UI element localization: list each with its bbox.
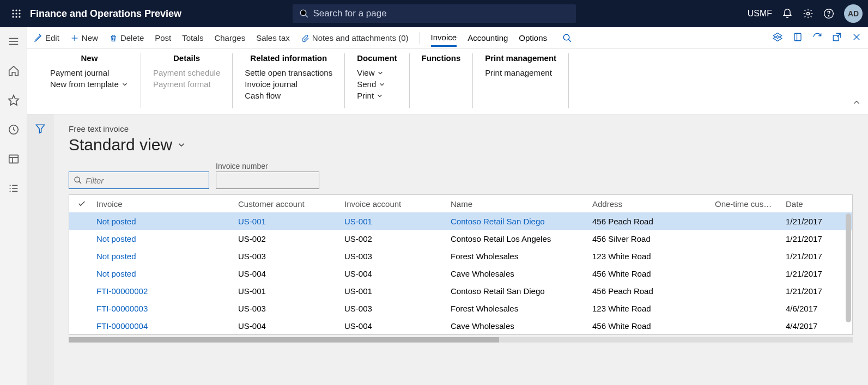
payment-schedule-link: Payment schedule	[153, 68, 220, 77]
home-icon[interactable]	[3, 61, 25, 81]
tab-options[interactable]: Options	[519, 33, 547, 46]
ribbon-group-print-mgmt: Print management Print management	[473, 53, 569, 108]
collapse-ribbon-icon[interactable]	[852, 97, 861, 109]
settle-link[interactable]: Settle open transactions	[245, 68, 332, 77]
col-invoice[interactable]: Invoice	[94, 199, 236, 209]
page-search-icon[interactable]	[562, 33, 572, 43]
new-button[interactable]: New	[70, 33, 98, 42]
company-picker[interactable]: USMF	[748, 9, 772, 19]
sales-tax-button[interactable]: Sales tax	[256, 33, 290, 42]
attachments-button[interactable]: Notes and attachments (0)	[301, 33, 409, 42]
svg-point-1	[15, 9, 17, 11]
post-button[interactable]: Post	[155, 33, 171, 42]
cell-invoice[interactable]: Not posted	[94, 217, 236, 226]
cell-date: 1/21/2017	[784, 217, 843, 226]
view-selector[interactable]: Standard view	[69, 136, 853, 154]
select-all-checkbox[interactable]	[69, 199, 94, 208]
svg-point-9	[300, 10, 306, 16]
bell-icon[interactable]	[782, 8, 793, 19]
print-link[interactable]: Print	[357, 91, 397, 100]
svg-line-44	[79, 181, 81, 184]
cell-invoice-acct: US-003	[342, 304, 448, 313]
quick-filter[interactable]	[69, 172, 209, 189]
cell-invoice[interactable]: Not posted	[94, 269, 236, 278]
view-link[interactable]: View	[357, 68, 397, 77]
col-date[interactable]: Date	[784, 199, 843, 209]
recent-icon[interactable]	[3, 120, 25, 139]
refresh-icon[interactable]	[812, 32, 822, 44]
col-name[interactable]: Name	[448, 199, 590, 209]
send-link[interactable]: Send	[357, 80, 397, 89]
cell-customer[interactable]: US-001	[236, 217, 342, 226]
ribbon-new-title: New	[50, 53, 129, 63]
tab-invoice[interactable]: Invoice	[431, 33, 457, 47]
filter-pane-toggle[interactable]	[27, 114, 53, 385]
col-customer-account[interactable]: Customer account	[236, 199, 342, 209]
cell-customer: US-003	[236, 304, 342, 313]
charges-button[interactable]: Charges	[214, 33, 245, 42]
cell-date: 1/21/2017	[784, 234, 843, 243]
star-icon[interactable]	[3, 90, 25, 110]
cell-date: 1/21/2017	[784, 286, 843, 296]
table-row[interactable]: Not postedUS-002US-002Contoso Retail Los…	[69, 230, 852, 247]
cash-flow-link[interactable]: Cash flow	[245, 91, 332, 100]
svg-point-7	[15, 16, 17, 17]
ribbon-details-title: Details	[153, 53, 220, 63]
table-row[interactable]: FTI-00000002US-001US-001Contoso Retail S…	[69, 282, 852, 300]
table-row[interactable]: FTI-00000004US-004US-004Cave Wholesales4…	[69, 317, 852, 334]
hamburger-icon[interactable]	[3, 32, 25, 51]
invoice-number-input[interactable]	[216, 172, 319, 189]
popout-icon[interactable]	[832, 32, 842, 44]
svg-point-5	[19, 13, 20, 14]
payment-journal-link[interactable]: Payment journal	[50, 68, 129, 77]
office-icon[interactable]	[793, 32, 803, 44]
cell-invoice[interactable]: Not posted	[94, 252, 236, 261]
table-row[interactable]: Not postedUS-001US-001Contoso Retail San…	[69, 212, 852, 230]
workspace-icon[interactable]	[3, 149, 25, 169]
new-from-template-link[interactable]: New from template	[50, 80, 129, 89]
cell-invoice[interactable]: Not posted	[94, 234, 236, 243]
attachments-label: Notes and attachments (0)	[312, 33, 409, 42]
gear-icon[interactable]	[803, 8, 814, 19]
svg-line-33	[568, 39, 571, 42]
quick-filter-input[interactable]	[86, 176, 204, 185]
cell-invoice[interactable]: FTI-00000002	[94, 286, 236, 296]
svg-point-4	[15, 13, 17, 14]
new-label: New	[82, 33, 98, 42]
horizontal-scrollbar[interactable]	[69, 337, 853, 343]
cell-date: 4/6/2017	[784, 304, 843, 313]
cell-name[interactable]: Contoso Retail San Diego	[448, 217, 590, 226]
cell-invoice[interactable]: FTI-00000004	[94, 321, 236, 331]
horizontal-scrollbar-thumb[interactable]	[69, 337, 499, 343]
cell-invoice[interactable]: FTI-00000003	[94, 304, 236, 313]
cell-invoice-acct[interactable]: US-001	[342, 217, 448, 226]
cell-address: 123 White Road	[590, 304, 713, 313]
col-address[interactable]: Address	[590, 199, 713, 209]
cell-date: 1/21/2017	[784, 269, 843, 278]
cell-invoice-acct: US-004	[342, 269, 448, 278]
payment-format-link: Payment format	[153, 80, 220, 89]
totals-button[interactable]: Totals	[182, 33, 203, 42]
help-icon[interactable]	[823, 8, 834, 19]
avatar[interactable]: AD	[844, 4, 863, 23]
table-row[interactable]: Not postedUS-003US-003Forest Wholesales1…	[69, 247, 852, 265]
tab-accounting[interactable]: Accounting	[468, 33, 508, 46]
global-search[interactable]: Search for a page	[293, 4, 576, 23]
table-row[interactable]: Not postedUS-004US-004Cave Wholesales456…	[69, 265, 852, 282]
col-invoice-account[interactable]: Invoice account	[342, 199, 448, 209]
invoice-journal-link[interactable]: Invoice journal	[245, 80, 332, 89]
close-icon[interactable]	[852, 32, 861, 44]
edit-button[interactable]: Edit	[34, 33, 59, 42]
cell-customer: US-004	[236, 269, 342, 278]
col-one-time[interactable]: One-time cus…	[713, 199, 784, 209]
cell-name: Forest Wholesales	[448, 304, 590, 313]
personalize-icon[interactable]	[772, 32, 783, 44]
svg-marker-42	[36, 125, 44, 133]
print-management-link[interactable]: Print management	[485, 68, 556, 77]
cell-name: Cave Wholesales	[448, 321, 590, 331]
table-row[interactable]: FTI-00000003US-003US-003Forest Wholesale…	[69, 300, 852, 317]
delete-button[interactable]: Delete	[109, 33, 144, 42]
modules-icon[interactable]	[3, 179, 25, 198]
vertical-scrollbar[interactable]	[846, 213, 851, 322]
app-launcher-icon[interactable]	[5, 9, 27, 19]
